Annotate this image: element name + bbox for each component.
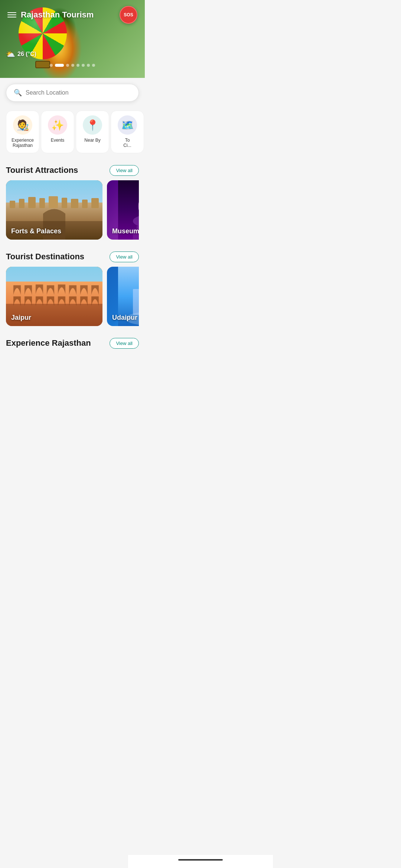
udaipur-card[interactable]: Udaipur [107, 267, 139, 326]
weather-icon: ⛅ [6, 50, 15, 59]
tourist-destinations-section: Tourist Destinations View all [0, 246, 145, 332]
circuits-label: ToCi... [123, 138, 131, 148]
weather-widget: ⛅ 26 (°C) [6, 50, 36, 59]
museum-label: Museums [112, 227, 139, 235]
tourist-attractions-section: Tourist Attractions View all [0, 159, 145, 246]
temperature-label: 26 (°C) [17, 51, 36, 57]
balloon-basket [35, 61, 50, 68]
events-icon: ✨ [48, 115, 67, 135]
svg-rect-10 [91, 198, 99, 208]
category-circuits[interactable]: 🗺️ ToCi... [111, 111, 144, 153]
destinations-cards: Jaipur [6, 267, 139, 332]
search-bar[interactable]: 🔍 [6, 84, 139, 102]
app-header: Rajasthan Tourism SOS [0, 0, 145, 30]
experience-title: Experience Rajasthan [6, 338, 91, 348]
attractions-cards: Forts & Palaces [6, 180, 139, 246]
svg-rect-9 [82, 200, 88, 208]
experience-header: Experience Rajasthan View all [6, 338, 139, 349]
category-nearby[interactable]: 📍 Near By [76, 111, 109, 153]
events-label: Events [51, 138, 65, 143]
svg-rect-3 [19, 199, 25, 208]
svg-rect-7 [62, 198, 67, 208]
search-container: 🔍 [0, 78, 145, 108]
dot-5[interactable] [82, 64, 85, 67]
attractions-title: Tourist Attractions [6, 165, 78, 175]
dot-1[interactable] [55, 64, 64, 67]
categories-row: 🧑‍🎨 ExperienceRajasthan ✨ Events 📍 Near … [0, 108, 145, 159]
category-experience[interactable]: 🧑‍🎨 ExperienceRajasthan [6, 111, 39, 153]
svg-rect-8 [71, 199, 78, 208]
dot-4[interactable] [76, 64, 79, 67]
svg-rect-4 [28, 197, 36, 208]
dot-3[interactable] [71, 64, 74, 67]
carousel-dots [50, 64, 95, 67]
sos-button[interactable]: SOS [120, 6, 137, 24]
circuits-icon: 🗺️ [118, 115, 137, 135]
attractions-header: Tourist Attractions View all [6, 165, 139, 176]
svg-rect-6 [49, 196, 58, 208]
experience-section: Experience Rajasthan View all [0, 332, 145, 362]
museum-card[interactable]: Museums [107, 180, 139, 240]
dot-0[interactable] [50, 64, 53, 67]
dot-6[interactable] [87, 64, 90, 67]
header-left: Rajasthan Tourism [7, 10, 94, 20]
search-input[interactable] [26, 89, 131, 96]
destinations-title: Tourist Destinations [6, 252, 84, 262]
destinations-header: Tourist Destinations View all [6, 251, 139, 262]
hero-banner: Rajasthan Tourism SOS ⛅ 26 (°C) [0, 0, 145, 78]
forts-label: Forts & Palaces [11, 227, 61, 235]
menu-button[interactable] [7, 12, 16, 17]
category-events[interactable]: ✨ Events [41, 111, 74, 153]
svg-rect-24 [133, 289, 139, 315]
experience-icon: 🧑‍🎨 [13, 115, 32, 135]
svg-rect-5 [39, 198, 45, 208]
udaipur-label: Udaipur [112, 314, 137, 322]
app-title: Rajasthan Tourism [21, 10, 94, 20]
jaipur-card[interactable]: Jaipur [6, 267, 102, 326]
jaipur-label: Jaipur [11, 314, 31, 322]
forts-palaces-card[interactable]: Forts & Palaces [6, 180, 102, 240]
search-icon: 🔍 [14, 89, 22, 97]
svg-rect-2 [10, 201, 15, 208]
experience-view-all[interactable]: View all [110, 338, 139, 349]
nearby-label: Near By [84, 138, 100, 143]
dot-7[interactable] [92, 64, 95, 67]
dot-2[interactable] [66, 64, 69, 67]
nearby-icon: 📍 [83, 115, 102, 135]
experience-label: ExperienceRajasthan [12, 138, 34, 148]
attractions-view-all[interactable]: View all [110, 165, 139, 176]
destinations-view-all[interactable]: View all [110, 251, 139, 262]
